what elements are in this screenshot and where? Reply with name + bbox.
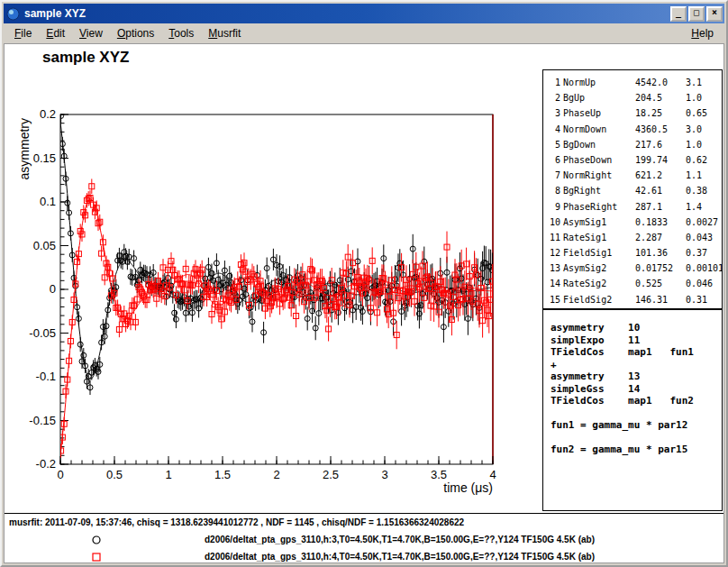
menu-options[interactable]: Options — [110, 24, 161, 42]
param-name: NormRight — [563, 168, 635, 183]
series-circle — [59, 109, 496, 395]
param-value: 18.25 — [635, 105, 686, 121]
svg-text:0.5: 0.5 — [106, 468, 123, 481]
menu-edit[interactable]: Edit — [39, 24, 72, 42]
param-no: 12 — [549, 245, 563, 261]
menu-items: FileEditViewOptionsToolsMusrfit — [7, 24, 248, 42]
svg-text:-0.2: -0.2 — [36, 457, 56, 471]
param-name: BgRight — [563, 183, 635, 198]
svg-text:-0.15: -0.15 — [29, 414, 56, 427]
param-name: PhaseUp — [563, 105, 635, 121]
param-error: 0.65 — [686, 105, 722, 121]
param-name: RateSig2 — [563, 276, 635, 291]
legend-entry: d2006/deltat_pta_gps_3110,h:3,T0=4.50K,T… — [5, 531, 723, 548]
param-no: 14 — [549, 276, 563, 291]
x-axis-title: time (μs) — [443, 480, 493, 495]
param-error: 0.62 — [686, 152, 722, 168]
param-row-FieldSig2: 15FieldSig2146.310.31 — [549, 292, 722, 307]
param-no: 11 — [549, 230, 563, 245]
param-no: 7 — [549, 168, 563, 183]
param-no: 3 — [549, 105, 563, 121]
param-row-PhaseUp: 3PhaseUp18.250.65 — [549, 105, 722, 121]
series-square — [59, 178, 496, 457]
param-name: PhaseDown — [563, 152, 635, 168]
separator-line — [5, 513, 723, 514]
param-name: NormDown — [563, 122, 635, 137]
param-name: AsymSig2 — [563, 261, 635, 276]
param-name: FieldSig2 — [563, 292, 635, 307]
param-row-RateSig1: 11RateSig12.2870.043 — [549, 230, 722, 245]
param-error: 1.1 — [686, 168, 722, 183]
param-value: 42.61 — [635, 183, 686, 198]
app-icon — [6, 7, 20, 21]
param-row-FieldSig1: 12FieldSig1101.360.37 — [549, 245, 722, 261]
svg-text:0.05: 0.05 — [33, 239, 56, 252]
svg-text:1: 1 — [165, 468, 171, 481]
menu-musrfit[interactable]: Musrfit — [201, 24, 248, 42]
close-button[interactable]: × — [706, 6, 723, 22]
theory-line: fun2 = gamma_mu * par15 — [551, 444, 722, 456]
svg-text:0: 0 — [57, 468, 63, 481]
param-value: 217.6 — [635, 137, 686, 152]
svg-text:3.5: 3.5 — [431, 468, 447, 481]
titlebar[interactable]: sample XYZ _□× — [4, 4, 724, 23]
param-name: NormUp — [563, 75, 635, 90]
param-value: 101.36 — [635, 245, 686, 261]
param-value: 2.287 — [635, 230, 686, 245]
menu-file[interactable]: File — [7, 24, 39, 42]
svg-text:0: 0 — [50, 282, 56, 296]
param-value: 621.2 — [635, 168, 686, 183]
param-no: 5 — [549, 137, 563, 152]
param-error: 3.1 — [686, 75, 722, 90]
param-value: 4360.5 — [635, 122, 686, 137]
param-no: 10 — [549, 215, 563, 230]
maximize-icon: □ — [694, 8, 699, 17]
param-no: 2 — [549, 90, 563, 105]
minimize-button[interactable]: _ — [670, 6, 687, 22]
param-row-NormDown: 4NormDown4360.53.0 — [549, 122, 722, 137]
svg-text:2.5: 2.5 — [323, 468, 339, 481]
window-title: sample XYZ — [24, 7, 669, 20]
maximize-button[interactable]: □ — [688, 6, 705, 22]
param-value: 4542.0 — [635, 75, 686, 90]
param-row-NormUp: 1NormUp4542.03.1 — [549, 75, 722, 90]
asymmetry-plot[interactable]: 00.511.522.533.540.20.150.10.050-0.05-0.… — [5, 44, 523, 513]
param-no: 13 — [549, 261, 563, 276]
svg-text:4: 4 — [489, 468, 496, 481]
plot-title: sample XYZ — [42, 49, 129, 67]
svg-text:2: 2 — [273, 468, 279, 481]
param-row-AsymSig1: 10AsymSig10.18330.0027 — [549, 215, 722, 230]
root-canvas[interactable]: sample XYZ 00.511.522.533.540.20.150.10.… — [4, 43, 724, 563]
y-axis-title: asymmetry — [17, 118, 32, 179]
status-text: musrfit: 2011-07-09, 15:37:46, chisq = 1… — [9, 517, 464, 527]
param-value: 0.525 — [635, 276, 686, 291]
param-name: PhaseRight — [563, 199, 635, 215]
param-error: 1.0 — [686, 90, 722, 105]
menu-tools[interactable]: Tools — [161, 24, 201, 42]
theory-line: simplExpo 11 — [551, 334, 722, 347]
param-value: 287.1 — [635, 199, 686, 215]
param-no: 8 — [549, 183, 563, 198]
window-controls: _□× — [669, 6, 723, 22]
theory-box: asymmetry 10simplExpo 11TFieldCos map1 f… — [542, 309, 723, 511]
theory-line: fun1 = gamma_mu * par12 — [551, 419, 722, 432]
close-icon: × — [712, 8, 717, 17]
menu-help[interactable]: Help — [684, 24, 721, 42]
theory-line: + — [551, 359, 722, 371]
param-name: AsymSig1 — [563, 215, 635, 230]
menu-view[interactable]: View — [72, 24, 110, 42]
param-value: 0.1833 — [635, 215, 686, 230]
svg-text:3: 3 — [381, 468, 387, 481]
param-row-NormRight: 7NormRight621.21.1 — [549, 168, 722, 183]
param-error: 0.31 — [686, 292, 722, 307]
param-name: BgUp — [563, 90, 635, 105]
param-row-BgUp: 2BgUp204.51.0 — [549, 90, 722, 105]
param-error: 0.37 — [686, 245, 722, 261]
svg-text:0.2: 0.2 — [40, 107, 56, 121]
minimize-icon: _ — [676, 8, 681, 17]
theory-line — [551, 432, 722, 444]
param-row-BgDown: 5BgDown217.61.0 — [549, 137, 722, 152]
svg-text:0.15: 0.15 — [33, 151, 56, 165]
svg-text:0.1: 0.1 — [40, 195, 56, 208]
parameter-box: 1NormUp4542.03.12BgUp204.51.03PhaseUp18.… — [542, 69, 723, 309]
